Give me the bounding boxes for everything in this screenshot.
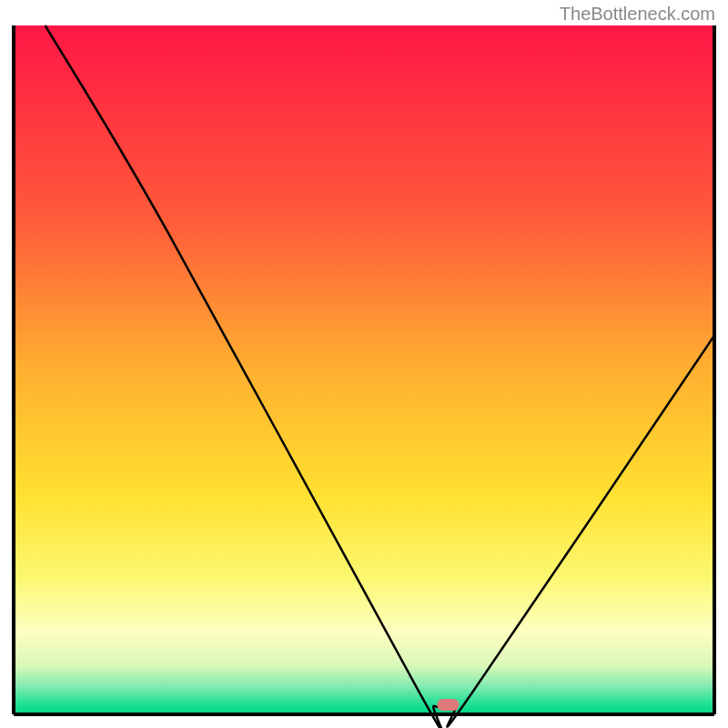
attribution-label: TheBottleneck.com <box>560 4 715 25</box>
chart-container: TheBottleneck.com <box>0 0 728 728</box>
bottleneck-chart-svg <box>0 0 728 728</box>
plot-background <box>14 25 714 714</box>
optimal-marker <box>437 699 459 711</box>
